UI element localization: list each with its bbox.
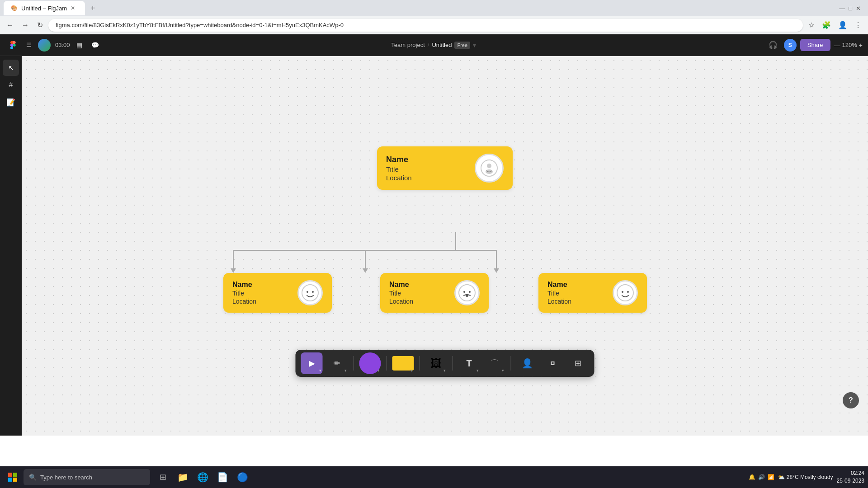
zoom-controls: — 120% +	[834, 42, 863, 49]
connector-toolbar-item[interactable]: ⌒ ▾	[484, 352, 505, 374]
share-button[interactable]: Share	[800, 39, 830, 51]
cursor-icon: ▶	[309, 358, 315, 368]
tab-title: Untitled – FigJam	[21, 5, 67, 12]
bookmark-button[interactable]: ☆	[806, 19, 817, 31]
child-center-location: Location	[389, 298, 413, 305]
connector-expand-icon: ▾	[502, 368, 504, 373]
board-view-button[interactable]: ▤	[74, 40, 85, 51]
window-minimize[interactable]: —	[839, 5, 845, 12]
chrome-app[interactable]: 🔵	[233, 468, 251, 486]
cursor-toolbar-item[interactable]: ▶ ▾	[301, 352, 323, 374]
file-explorer-app[interactable]: 📁	[174, 468, 192, 486]
timer-display: 03:00	[55, 42, 70, 48]
root-location: Location	[386, 174, 412, 182]
headphones-icon[interactable]: 🎧	[766, 39, 780, 51]
child-left-info: Name Title Location	[232, 281, 256, 305]
shape-yellow-item[interactable]: ▾	[392, 352, 414, 374]
wifi-icon[interactable]: 📶	[768, 474, 774, 480]
text-toolbar-item[interactable]: T ▾	[458, 352, 480, 374]
help-button[interactable]: ?	[843, 392, 859, 408]
volume-icon[interactable]: 🔊	[758, 474, 765, 480]
shape-purple-item[interactable]: ▾	[359, 352, 381, 374]
comment-button[interactable]: 💬	[89, 40, 102, 51]
start-button[interactable]	[4, 468, 22, 486]
edge-app[interactable]: 🌐	[193, 468, 212, 486]
root-name: Name	[386, 155, 412, 164]
dropdown-chevron-icon[interactable]: ▾	[473, 42, 476, 49]
file-name: Untitled	[432, 42, 452, 48]
svg-point-16	[459, 285, 475, 301]
free-badge: Free	[454, 42, 470, 49]
person-toolbar-item[interactable]: 👤	[517, 352, 538, 374]
child-card-right[interactable]: Name Title Location	[538, 273, 647, 313]
toolbar-divider-5	[511, 356, 511, 371]
svg-point-17	[463, 291, 465, 293]
window-maximize[interactable]: □	[849, 5, 852, 12]
time-display: 02:24	[837, 469, 864, 477]
search-icon: 🔍	[29, 474, 37, 481]
new-tab-button[interactable]: +	[87, 2, 99, 15]
toolbar-divider-2	[387, 356, 387, 371]
zoom-out-button[interactable]: —	[834, 42, 840, 49]
child-center-info: Name Title Location	[389, 281, 413, 305]
table-toolbar-item[interactable]: ⊞	[567, 352, 589, 374]
svg-point-20	[617, 285, 633, 301]
address-bar[interactable]	[48, 19, 803, 32]
pen-toolbar-item[interactable]: ✏ ▾	[326, 352, 348, 374]
child-card-center[interactable]: Name Title Location	[380, 273, 489, 313]
weather-text: 28°C Mostly cloudy	[787, 474, 833, 480]
frame-tool[interactable]: #	[3, 77, 19, 93]
figma-menu-button[interactable]: ☰	[24, 40, 34, 50]
frame-icon	[551, 361, 555, 365]
system-tray: 🔔 🔊 📶	[749, 474, 774, 480]
svg-point-15	[312, 291, 314, 293]
back-button[interactable]: ←	[4, 19, 16, 31]
svg-point-18	[469, 291, 471, 293]
extensions-button[interactable]: 🧩	[819, 19, 834, 31]
menu-button[interactable]: ⋮	[852, 19, 864, 31]
browser-actions: ☆ 🧩 👤 ⋮	[806, 19, 864, 31]
profile-button[interactable]: 👤	[835, 19, 850, 31]
refresh-button[interactable]: ↻	[34, 19, 46, 31]
task-view-button[interactable]: ⊞	[154, 468, 172, 486]
child-right-title: Title	[547, 290, 571, 297]
text-expand-icon: ▾	[476, 368, 479, 373]
sticker-item[interactable]: 🖼 ▾	[425, 352, 447, 374]
topbar-right: 🎧 S Share — 120% +	[766, 39, 863, 52]
taskbar: 🔍 Type here to search ⊞ 📁 🌐 📄 🔵 🔔 🔊 📶 ⛅ …	[0, 466, 868, 488]
canvas-container: Name Title Location	[22, 56, 868, 436]
connectors-svg	[22, 56, 868, 436]
child-right-name: Name	[547, 281, 571, 289]
active-tab[interactable]: 🎨 Untitled – FigJam ✕	[4, 1, 85, 15]
figma-topbar: ☰ 03:00 ▤ 💬 Team project / Untitled Free…	[0, 34, 868, 56]
cursor-tool[interactable]: ↖	[3, 60, 19, 76]
network-icon[interactable]: 🔔	[749, 474, 755, 480]
svg-rect-24	[13, 473, 17, 477]
svg-point-11	[486, 168, 487, 170]
svg-rect-25	[8, 478, 12, 482]
word-app[interactable]: 📄	[213, 468, 231, 486]
browser-chrome: 🎨 Untitled – FigJam ✕ + — □ ✕ ← → ↻ ☆ 🧩 …	[0, 0, 868, 34]
search-placeholder: Type here to search	[40, 474, 92, 481]
canvas-area[interactable]: Name Title Location	[22, 56, 868, 436]
zoom-in-button[interactable]: +	[859, 42, 863, 49]
forward-button[interactable]: →	[19, 19, 32, 31]
frame-toolbar-item[interactable]	[542, 352, 564, 374]
taskbar-search[interactable]: 🔍 Type here to search	[24, 469, 150, 485]
svg-rect-23	[8, 473, 12, 477]
tab-close-button[interactable]: ✕	[71, 5, 75, 11]
root-card[interactable]: Name Title Location	[377, 146, 513, 190]
window-close[interactable]: ✕	[856, 5, 861, 12]
toolbar-divider-4	[453, 356, 453, 371]
breadcrumb-separator: /	[428, 42, 429, 48]
child-card-left[interactable]: Name Title Location	[223, 273, 332, 313]
figma-logo[interactable]	[5, 38, 20, 52]
child-center-avatar	[454, 280, 480, 305]
toolbar-divider-1	[354, 356, 354, 371]
note-tool[interactable]: 📝	[3, 94, 19, 110]
taskbar-right: 🔔 🔊 📶 ⛅ 28°C Mostly cloudy 02:24 25-09-2…	[749, 469, 864, 485]
svg-point-13	[302, 285, 318, 301]
browser-toolbar: ← → ↻ ☆ 🧩 👤 ⋮	[0, 16, 868, 34]
user-avatar[interactable]: S	[784, 39, 797, 52]
child-center-name: Name	[389, 281, 413, 289]
